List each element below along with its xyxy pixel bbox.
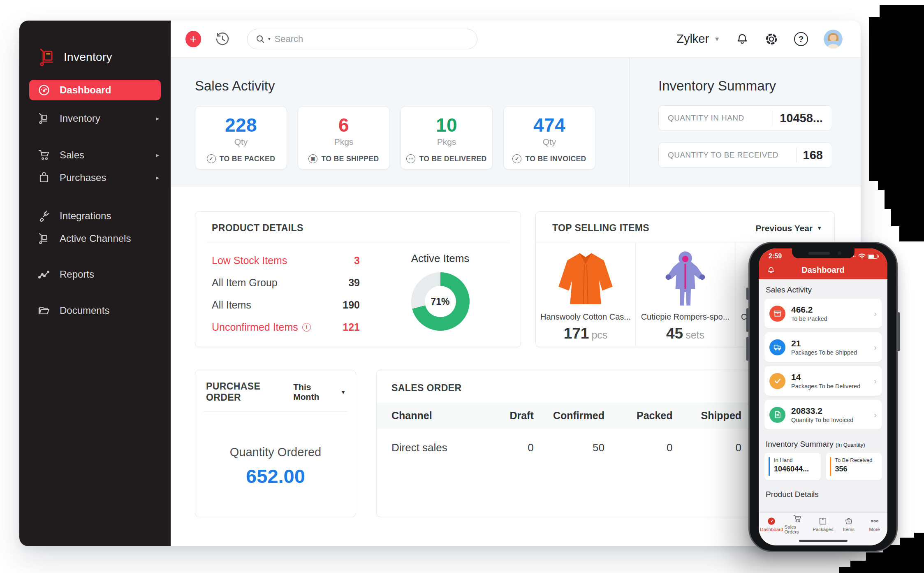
phone-tab-sales-orders[interactable]: Sales Orders bbox=[785, 513, 811, 536]
phone-mockup: 2:59 •••• bbox=[748, 242, 898, 552]
org-switcher[interactable]: Zylker ▼ bbox=[676, 32, 720, 46]
inventory-logo-icon bbox=[37, 48, 56, 67]
sa-card-unit: Qty bbox=[195, 137, 287, 147]
chevron-right-icon: › bbox=[874, 343, 877, 352]
column-header: Channel bbox=[377, 403, 472, 429]
quantity-to-be-received-box: QUANTITY TO BE RECEIVED 168 bbox=[658, 142, 832, 168]
topbar-actions: Zylker ▼ ? bbox=[676, 30, 843, 49]
screenshot-stage: Inventory Dashboard bbox=[0, 0, 924, 573]
app-logo: Inventory bbox=[19, 21, 171, 67]
phone-tab-packages[interactable]: Packages bbox=[810, 513, 836, 536]
phone-volume-up-button bbox=[746, 308, 748, 332]
sa-card-to-be-invoiced[interactable]: 474 Qty ✓ TO BE INVOICED bbox=[503, 106, 595, 169]
gauge-icon bbox=[767, 517, 776, 526]
bag-icon bbox=[37, 171, 51, 184]
more-dots-icon bbox=[870, 517, 880, 526]
phone-page-title: Dashboard bbox=[801, 265, 844, 275]
top-item-1[interactable]: Hanswooly Cotton Cas... 171pcs bbox=[536, 242, 635, 346]
chevron-right-icon: › bbox=[874, 410, 877, 420]
cell-confirmed: 50 bbox=[538, 429, 609, 466]
info-alert-icon[interactable]: ! bbox=[302, 323, 311, 332]
sa-card-label: TO BE SHIPPED bbox=[321, 155, 379, 163]
phone-tab-dashboard[interactable]: Dashboard bbox=[759, 513, 785, 536]
sa-card-to-be-shipped[interactable]: 6 Pkgs ▣ TO BE SHIPPED bbox=[298, 106, 390, 169]
quantity-ordered-label: Quantity Ordered bbox=[195, 445, 356, 459]
hand-truck-icon bbox=[37, 232, 51, 245]
row-low-stock-items[interactable]: Low Stock Items 3 bbox=[212, 255, 360, 267]
purchase-order-filter-dropdown[interactable]: This Month▼ bbox=[293, 382, 346, 402]
field-value: 168 bbox=[803, 148, 823, 162]
sales-activity-title: Sales Activity bbox=[195, 78, 629, 94]
settings-gear-icon[interactable] bbox=[764, 32, 778, 46]
inventory-summary-section: Inventory Summary QUANTITY IN HAND 10458… bbox=[629, 58, 861, 187]
phone-tab-more[interactable]: More bbox=[861, 513, 887, 536]
gauge-icon bbox=[37, 84, 51, 97]
phone-tab-items[interactable]: Items bbox=[836, 513, 862, 536]
field-label: QUANTITY TO BE RECEIVED bbox=[668, 151, 796, 160]
row-all-item-group[interactable]: All Item Group 39 bbox=[212, 277, 360, 289]
sa-card-unit: Pkgs bbox=[298, 137, 389, 147]
quick-create-button[interactable]: + bbox=[185, 31, 201, 47]
phone-card-packages-to-be-delivered[interactable]: 14 Packages To be Delivered › bbox=[764, 366, 882, 396]
cardigan-product-image bbox=[536, 247, 635, 308]
cell-channel: Direct sales bbox=[377, 429, 472, 466]
phone-in-hand-card[interactable]: In Hand 1046044... bbox=[764, 453, 821, 480]
search-bar[interactable]: ▾ bbox=[247, 29, 477, 49]
package-icon bbox=[818, 517, 827, 526]
dots-circle-icon: ⋯ bbox=[406, 154, 415, 163]
notifications-bell-icon[interactable] bbox=[736, 32, 749, 46]
user-avatar[interactable] bbox=[824, 30, 843, 49]
sidebar-item-dashboard[interactable]: Dashboard bbox=[29, 80, 161, 100]
sidebar-item-inventory[interactable]: Inventory ▸ bbox=[19, 108, 171, 129]
phone-card-to-be-packed[interactable]: 466.2 To be Packed › bbox=[764, 299, 882, 328]
top-selling-filter-dropdown[interactable]: Previous Year▼ bbox=[756, 223, 822, 233]
phone-tab-bar: Dashboard Sales Orders bbox=[759, 513, 887, 536]
sidebar-item-documents[interactable]: Documents bbox=[19, 300, 171, 321]
battery-icon bbox=[868, 254, 878, 259]
sidebar-item-integrations[interactable]: Integrations bbox=[19, 206, 171, 226]
phone-time: 2:59 bbox=[769, 253, 782, 260]
sidebar-item-active-channels[interactable]: Active Channels bbox=[19, 228, 171, 249]
sidebar-item-label: Sales bbox=[60, 149, 84, 161]
sa-card-label: TO BE DELIVERED bbox=[419, 155, 486, 163]
sidebar-item-reports[interactable]: Reports bbox=[19, 264, 171, 285]
phone-inventory-summary-title: Inventory Summary (In Quantity) bbox=[766, 440, 880, 449]
sidebar-item-sales[interactable]: Sales ▸ bbox=[19, 145, 171, 165]
phone-to-be-received-card[interactable]: To Be Received 356 bbox=[826, 453, 882, 480]
sa-card-to-be-delivered[interactable]: 10 Pkgs ⋯ TO BE DELIVERED bbox=[401, 106, 493, 169]
sa-card-unit: Qty bbox=[504, 137, 595, 147]
row-unconfirmed-items[interactable]: Unconfirmed Items ! 121 bbox=[212, 321, 360, 333]
sidebar-nav: Dashboard Inventory ▸ bbox=[19, 80, 171, 321]
home-indicator[interactable] bbox=[799, 540, 848, 542]
phone-card-quantity-to-be-invoiced[interactable]: 20833.2 Quantity To be Invoiced › bbox=[764, 400, 882, 429]
truck-icon bbox=[769, 339, 785, 355]
column-header: Draft bbox=[472, 403, 537, 429]
card-title: SALES ORDER bbox=[391, 383, 462, 394]
field-label: QUANTITY IN HAND bbox=[668, 114, 773, 123]
cart-icon bbox=[37, 148, 51, 162]
quantity-ordered-value: 652.00 bbox=[195, 465, 356, 487]
chevron-right-icon: › bbox=[874, 376, 877, 386]
product-details-card: PRODUCT DETAILS Low Stock Items 3 All It… bbox=[195, 211, 521, 347]
phone-card-packages-to-be-shipped[interactable]: 21 Packages To be Shipped › bbox=[764, 332, 882, 362]
sidebar: Inventory Dashboard bbox=[19, 21, 171, 546]
chevron-right-icon: › bbox=[874, 309, 877, 318]
phone-power-button bbox=[898, 312, 900, 351]
column-header: Confirmed bbox=[538, 403, 609, 429]
search-scope-caret-icon[interactable]: ▾ bbox=[268, 36, 271, 42]
help-icon[interactable]: ? bbox=[794, 32, 808, 46]
top-item-2[interactable]: Cutiepie Rompers-spo... 45sets bbox=[635, 242, 735, 346]
romper-product-image bbox=[636, 247, 735, 308]
search-input[interactable] bbox=[274, 33, 469, 45]
row-all-items[interactable]: All Items 190 bbox=[212, 299, 360, 311]
wifi-icon bbox=[858, 253, 866, 259]
phone-volume-down-button bbox=[746, 337, 748, 361]
cell-shipped: 0 bbox=[677, 429, 746, 466]
sidebar-item-purchases[interactable]: Purchases ▸ bbox=[19, 167, 171, 188]
top-item-qty: 45sets bbox=[636, 325, 735, 342]
bell-icon[interactable] bbox=[767, 266, 775, 274]
purchase-order-card: PURCHASE ORDER This Month▼ Quantity Orde… bbox=[195, 370, 356, 517]
recent-history-icon[interactable] bbox=[215, 32, 230, 46]
donut-percent: 71% bbox=[431, 296, 449, 307]
sa-card-to-be-packed[interactable]: 228 Qty ✓ TO BE PACKED bbox=[195, 106, 287, 169]
